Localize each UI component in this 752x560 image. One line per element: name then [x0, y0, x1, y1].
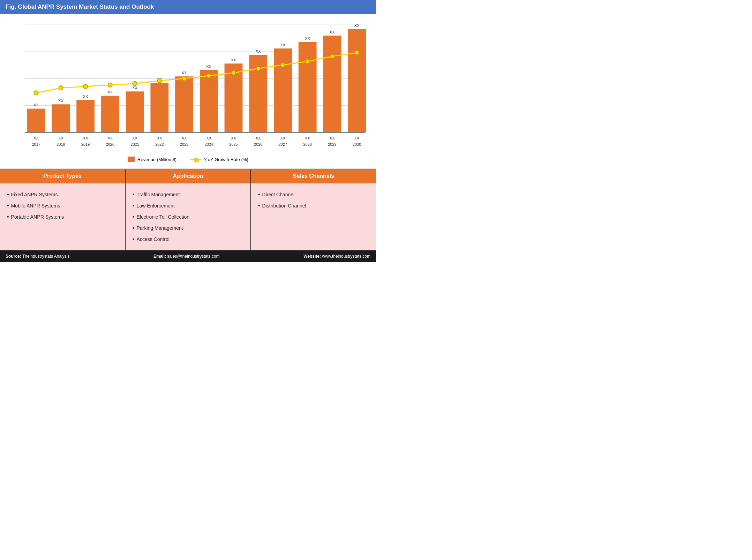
- dot-2026: [256, 66, 260, 70]
- list-item: Distribution Channel: [258, 200, 369, 211]
- footer-email-label: Email:: [153, 254, 166, 259]
- year-2019: 2019: [81, 142, 90, 146]
- year-2024: 2024: [205, 142, 213, 146]
- footer-website-value: www.theindustrystats.com: [322, 254, 370, 259]
- bar-label-2026: XX: [256, 49, 261, 53]
- bar-value-2017: XX: [33, 136, 39, 140]
- year-2023: 2023: [180, 142, 188, 146]
- bar-2021: [126, 91, 144, 132]
- legend-revenue: Revenue (Million $): [128, 157, 176, 162]
- bar-value-2021: XX: [132, 136, 137, 140]
- list-item: Access Control: [133, 234, 243, 245]
- bar-value-2020: XX: [108, 136, 113, 140]
- bar-value-2030: XX: [354, 136, 360, 140]
- list-item: Traffic Management: [133, 189, 243, 200]
- footer-source: Source: Theindustrystats Analysis: [6, 254, 69, 259]
- bar-value-2022: XX: [157, 136, 162, 140]
- product-types-panel: Product Types Fixed ANPR Systems Mobile …: [0, 169, 125, 250]
- bar-label-2029: XX: [330, 30, 335, 34]
- footer-source-value: Theindustrystats Analysis: [22, 254, 69, 259]
- dot-2019: [83, 84, 88, 89]
- legend-growth-line: [190, 159, 201, 160]
- sales-channels-header: Sales Channels: [251, 169, 376, 183]
- sales-channels-panel: Sales Channels Direct Channel Distributi…: [251, 169, 376, 250]
- year-2026: 2026: [254, 142, 262, 146]
- legend-growth-label: Y-oY Growth Rate (%): [204, 157, 248, 162]
- year-2022: 2022: [155, 142, 164, 146]
- footer-website-label: Website:: [303, 254, 321, 259]
- dot-2024: [207, 74, 211, 78]
- bar-value-2023: XX: [182, 136, 187, 140]
- bar-2027: [274, 48, 292, 132]
- year-2025: 2025: [229, 142, 238, 146]
- bar-2023: [175, 76, 193, 132]
- list-item: Portable ANPR Systems: [7, 211, 118, 222]
- bar-2018: [52, 104, 70, 132]
- bar-label-2019: XX: [83, 94, 88, 99]
- dot-2018: [59, 86, 63, 90]
- bar-2028: [299, 42, 317, 133]
- footer-email-value: sales@theindustrystats.com: [167, 254, 219, 259]
- bar-label-2024: XX: [206, 64, 211, 68]
- bar-value-2028: XX: [305, 136, 310, 140]
- year-2018: 2018: [57, 142, 65, 146]
- application-panel: Application Traffic Management Law Enfor…: [126, 169, 250, 250]
- bar-label-2018: XX: [58, 99, 63, 103]
- chart-wrapper: The Industry Stats m a r k e t r e s e a…: [7, 21, 369, 154]
- dot-2023: [182, 76, 186, 81]
- bar-2030: [348, 29, 366, 133]
- bar-label-2025: XX: [231, 58, 236, 62]
- footer-website: Website: www.theindustrystats.com: [303, 254, 370, 259]
- product-types-header: Product Types: [0, 169, 125, 183]
- legend-revenue-box: [128, 157, 135, 162]
- sales-channels-body: Direct Channel Distribution Channel: [251, 183, 376, 250]
- bar-2020: [101, 96, 119, 133]
- sales-channels-list: Direct Channel Distribution Channel: [258, 189, 369, 211]
- chart-legend: Revenue (Million $) Y-oY Growth Rate (%): [7, 157, 369, 162]
- footer-source-label: Source:: [6, 254, 21, 259]
- year-2028: 2028: [303, 142, 312, 146]
- list-item: Fixed ANPR Systems: [7, 189, 118, 200]
- bar-label-2023: XX: [182, 71, 187, 75]
- bar-label-2028: XX: [305, 36, 310, 40]
- list-item: Electronic Toll Collection: [133, 211, 243, 222]
- header-title: Fig. Global ANPR System Market Status an…: [6, 3, 154, 10]
- list-item: Law Enforcement: [133, 200, 243, 211]
- bar-label-2021: XX: [132, 86, 137, 90]
- bar-label-2017: XX: [33, 103, 39, 107]
- bar-label-2020: XX: [108, 90, 113, 94]
- bar-2029: [323, 36, 341, 132]
- product-types-list: Fixed ANPR Systems Mobile ANPR Systems P…: [7, 189, 118, 222]
- bar-value-2026: XX: [256, 136, 261, 140]
- chart-container: The Industry Stats m a r k e t r e s e a…: [0, 14, 376, 169]
- bar-value-2025: XX: [231, 136, 236, 140]
- bar-value-2019: XX: [83, 136, 88, 140]
- dot-2030: [355, 51, 359, 55]
- bar-label-2030: XX: [354, 23, 360, 28]
- dot-2022: [157, 78, 161, 83]
- year-2021: 2021: [130, 142, 139, 146]
- page-header: Fig. Global ANPR System Market Status an…: [0, 0, 376, 14]
- year-2030: 2030: [353, 142, 361, 146]
- dot-2027: [281, 63, 285, 67]
- product-types-body: Fixed ANPR Systems Mobile ANPR Systems P…: [0, 183, 125, 250]
- list-item: Parking Management: [133, 222, 243, 234]
- main-chart: XX XX 2017 XX XX 2018 XX XX 2019 XX XX 2…: [7, 21, 369, 154]
- footer-email: Email: sales@theindustrystats.com: [153, 254, 220, 259]
- bar-value-2029: XX: [330, 136, 335, 140]
- year-2027: 2027: [279, 142, 287, 146]
- bar-2022: [150, 83, 168, 133]
- footer: Source: Theindustrystats Analysis Email:…: [0, 250, 376, 262]
- application-body: Traffic Management Law Enforcement Elect…: [126, 183, 250, 250]
- dot-2028: [306, 59, 310, 63]
- bar-value-2027: XX: [280, 136, 286, 140]
- legend-growth: Y-oY Growth Rate (%): [190, 157, 248, 162]
- year-2020: 2020: [106, 142, 114, 146]
- bar-2017: [27, 109, 45, 133]
- bar-2024: [200, 70, 218, 133]
- dot-2021: [133, 82, 137, 86]
- dot-2029: [330, 54, 334, 58]
- bar-value-2024: XX: [206, 136, 211, 140]
- legend-revenue-label: Revenue (Million $): [137, 157, 176, 162]
- application-list: Traffic Management Law Enforcement Elect…: [133, 189, 243, 245]
